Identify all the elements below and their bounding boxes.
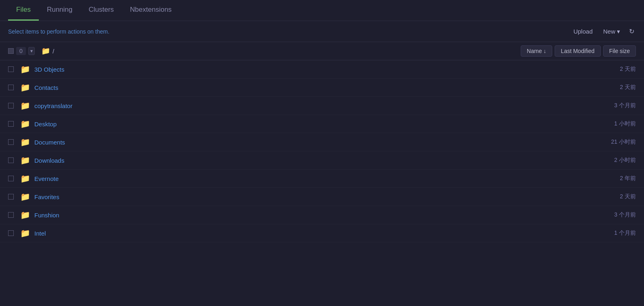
row-checkbox[interactable] bbox=[8, 121, 14, 127]
row-checkbox[interactable] bbox=[8, 194, 14, 200]
file-name[interactable]: Funshion bbox=[34, 212, 555, 219]
select-dropdown[interactable]: ▾ bbox=[28, 47, 35, 55]
row-checkbox[interactable] bbox=[8, 230, 14, 236]
col-name-label: Name bbox=[527, 48, 542, 54]
file-modified: 3 个月前 bbox=[555, 102, 636, 109]
row-checkbox[interactable] bbox=[8, 103, 14, 108]
folder-icon: 📁 bbox=[20, 83, 30, 92]
select-all-checkbox[interactable] bbox=[8, 48, 14, 54]
table-row[interactable]: 📁Downloads2 小时前 bbox=[0, 151, 644, 170]
file-modified: 2 天前 bbox=[555, 66, 636, 73]
tab-running[interactable]: Running bbox=[39, 0, 80, 21]
col-modified-button[interactable]: Last Modified bbox=[555, 45, 600, 57]
path-text: / bbox=[53, 48, 54, 55]
new-dropdown-arrow: ▾ bbox=[617, 28, 620, 35]
new-label: New bbox=[603, 28, 615, 35]
upload-button[interactable]: Upload bbox=[570, 26, 596, 36]
table-row[interactable]: 📁Favorites2 天前 bbox=[0, 188, 644, 206]
row-checkbox[interactable] bbox=[8, 139, 14, 145]
folder-icon: 📁 bbox=[20, 174, 30, 183]
file-list: 📁3D Objects2 天前📁Contacts2 天前📁copytransla… bbox=[0, 60, 644, 242]
table-row[interactable]: 📁Documents21 小时前 bbox=[0, 133, 644, 151]
row-checkbox[interactable] bbox=[8, 66, 14, 72]
file-name[interactable]: Evernote bbox=[34, 175, 555, 182]
file-modified: 1 个月前 bbox=[555, 230, 636, 237]
file-name[interactable]: Downloads bbox=[34, 157, 555, 164]
row-checkbox[interactable] bbox=[8, 157, 14, 163]
table-row[interactable]: 📁3D Objects2 天前 bbox=[0, 60, 644, 79]
column-headers: Name ↓ Last Modified File size bbox=[521, 45, 636, 57]
tab-nbextensions[interactable]: Nbextensions bbox=[122, 0, 180, 21]
toolbar: Select items to perform actions on them.… bbox=[0, 21, 644, 42]
selected-count: 0 bbox=[16, 47, 26, 55]
file-name[interactable]: Favorites bbox=[34, 193, 555, 200]
tab-clusters[interactable]: Clusters bbox=[80, 0, 122, 21]
table-row[interactable]: 📁Contacts2 天前 bbox=[0, 79, 644, 97]
header-checkbox-area: 0 ▾ bbox=[8, 47, 35, 55]
folder-icon: 📁 bbox=[20, 119, 30, 129]
file-modified: 1 小时前 bbox=[555, 120, 636, 128]
file-modified: 2 年前 bbox=[555, 175, 636, 182]
refresh-button[interactable]: ↻ bbox=[627, 26, 636, 37]
col-size-button[interactable]: File size bbox=[603, 45, 636, 57]
file-name[interactable]: 3D Objects bbox=[34, 66, 555, 73]
tab-files[interactable]: Files bbox=[8, 0, 39, 21]
folder-icon: 📁 bbox=[20, 155, 30, 165]
file-modified: 2 天前 bbox=[555, 84, 636, 91]
table-row[interactable]: 📁Desktop1 小时前 bbox=[0, 115, 644, 133]
table-row[interactable]: 📁Evernote2 年前 bbox=[0, 170, 644, 188]
col-name-button[interactable]: Name ↓ bbox=[521, 45, 552, 57]
file-modified: 2 天前 bbox=[555, 193, 636, 200]
file-list-header: 0 ▾ 📁 / Name ↓ Last Modified File size bbox=[0, 42, 644, 60]
file-name[interactable]: Intel bbox=[34, 230, 555, 237]
folder-icon: 📁 bbox=[20, 137, 30, 147]
table-row[interactable]: 📁Intel1 个月前 bbox=[0, 224, 644, 242]
col-name-sort-icon: ↓ bbox=[543, 48, 546, 54]
new-button[interactable]: New ▾ bbox=[601, 26, 623, 37]
path-folder-icon: 📁 bbox=[41, 47, 50, 55]
file-modified: 3 个月前 bbox=[555, 211, 636, 219]
file-name[interactable]: copytranslator bbox=[34, 102, 555, 109]
table-row[interactable]: 📁Funshion3 个月前 bbox=[0, 206, 644, 224]
table-row[interactable]: 📁copytranslator3 个月前 bbox=[0, 97, 644, 115]
row-checkbox[interactable] bbox=[8, 85, 14, 90]
row-checkbox[interactable] bbox=[8, 212, 14, 218]
current-path: 📁 / bbox=[41, 47, 521, 55]
toolbar-message: Select items to perform actions on them. bbox=[8, 28, 110, 35]
tabs-bar: Files Running Clusters Nbextensions bbox=[0, 0, 644, 21]
file-name[interactable]: Contacts bbox=[34, 84, 555, 91]
folder-icon: 📁 bbox=[20, 210, 30, 220]
folder-icon: 📁 bbox=[20, 192, 30, 202]
file-modified: 2 小时前 bbox=[555, 157, 636, 164]
file-name[interactable]: Desktop bbox=[34, 121, 555, 128]
file-name[interactable]: Documents bbox=[34, 139, 555, 146]
folder-icon: 📁 bbox=[20, 228, 30, 238]
file-modified: 21 小时前 bbox=[555, 138, 636, 146]
folder-icon: 📁 bbox=[20, 101, 30, 110]
toolbar-actions: Upload New ▾ ↻ bbox=[570, 26, 636, 37]
folder-icon: 📁 bbox=[20, 64, 30, 74]
row-checkbox[interactable] bbox=[8, 176, 14, 181]
